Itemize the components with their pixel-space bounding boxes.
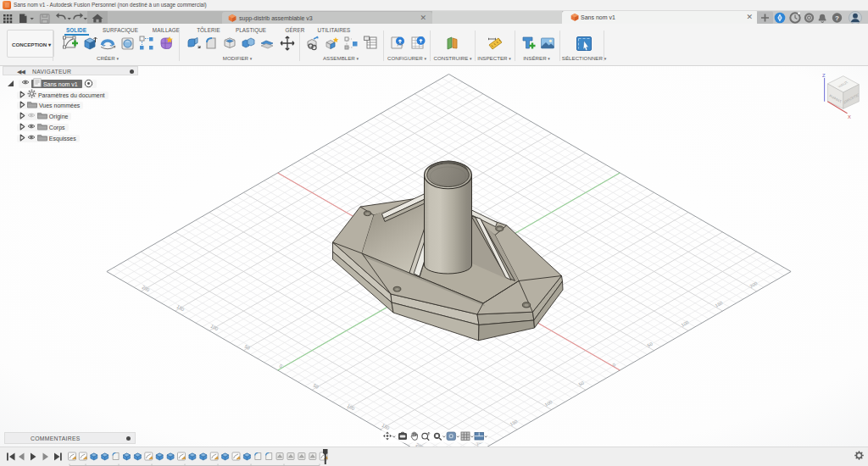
svg-text:?: ? — [835, 14, 839, 21]
svg-text:Z: Z — [822, 73, 826, 78]
svg-text:X: X — [848, 114, 851, 119]
